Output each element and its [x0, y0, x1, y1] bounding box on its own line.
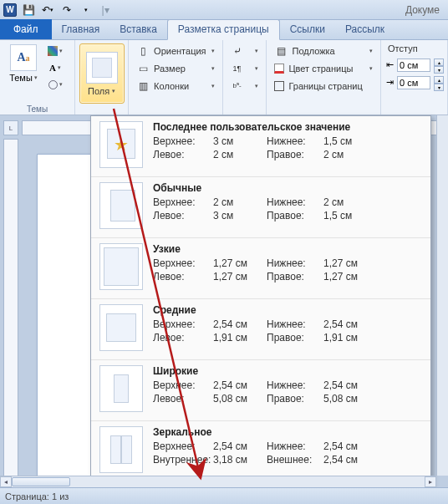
- vertical-ruler[interactable]: [3, 139, 18, 481]
- effects-icon: [48, 80, 58, 89]
- margin-preset-values: Верхнее:2,54 смНижнее:2,54 смЛевое:1,91 …: [153, 318, 422, 344]
- vertical-scrollbar[interactable]: [436, 115, 448, 476]
- group-paragraph: Отступ ⇤ ▴▾ ⇥ ▴▾: [381, 40, 448, 115]
- window-title: Докуме: [405, 4, 440, 16]
- indent-left-row: ⇤ ▴▾: [386, 56, 444, 74]
- margin-preset-icon: [99, 426, 143, 473]
- margin-preset-icon: [99, 182, 143, 229]
- indent-right-row: ⇥ ▴▾: [386, 74, 444, 91]
- page-borders-icon: [274, 81, 284, 91]
- themes-icon: Aa: [10, 44, 37, 71]
- indent-left-spinner[interactable]: ▴▾: [434, 59, 444, 72]
- indent-left-input[interactable]: [397, 59, 430, 72]
- group-breaks: ⤶▾ 1¶▾ bª‑▾: [223, 40, 267, 115]
- theme-fonts-button[interactable]: A▾: [45, 60, 65, 75]
- indent-label: Отступ: [388, 43, 444, 53]
- orientation-icon: ▯: [136, 44, 150, 58]
- page-color-button[interactable]: Цвет страницы▾: [272, 59, 375, 77]
- margin-preset-normal[interactable]: ОбычныеВерхнее:2 смНижнее:2 смЛевое:3 см…: [91, 177, 430, 238]
- hyphenation-icon: bª‑: [231, 79, 244, 93]
- group-themes: Aa Темы▾ ▾ A▾ ▾ Темы: [0, 40, 75, 115]
- breaks-icon: ⤶: [231, 44, 244, 58]
- breaks-button[interactable]: ⤶▾: [228, 42, 262, 59]
- margin-preset-values: Верхнее:3 смНижнее:1,5 смЛевое:2 смПраво…: [153, 135, 422, 160]
- status-page: Страница: 1 из: [5, 491, 69, 501]
- margin-preset-title: Обычные: [153, 182, 422, 194]
- themes-button[interactable]: Aa Темы▾: [5, 42, 42, 94]
- watermark-button[interactable]: ▤Подложка▾: [272, 42, 375, 59]
- group-page-background: ▤Подложка▾ Цвет страницы▾ Границы страни…: [267, 40, 381, 115]
- tab-insert[interactable]: Вставка: [109, 20, 167, 39]
- theme-colors-button[interactable]: ▾: [45, 43, 65, 59]
- margin-preset-values: Верхнее:2,54 смНижнее:2,54 смВнутреннее:…: [153, 440, 422, 466]
- columns-icon: ▥: [136, 79, 150, 93]
- margin-preset-icon: [99, 243, 143, 290]
- qat-customize-icon[interactable]: ▾: [78, 3, 94, 18]
- orientation-button[interactable]: ▯Ориентация▾: [134, 42, 216, 59]
- scroll-thumb[interactable]: [12, 477, 70, 486]
- scroll-right-arrow[interactable]: ▸: [425, 476, 436, 487]
- star-icon: ★: [114, 135, 129, 155]
- tab-home[interactable]: Главная: [52, 20, 110, 39]
- line-numbers-button[interactable]: 1¶▾: [228, 59, 262, 77]
- watermark-icon: ▤: [274, 44, 288, 58]
- margin-preset-icon: ★: [99, 121, 143, 168]
- margin-preset-values: Верхнее:1,27 смНижнее:1,27 смЛевое:1,27 …: [153, 257, 422, 283]
- margin-preset-narrow[interactable]: УзкиеВерхнее:1,27 смНижнее:1,27 смЛевое:…: [91, 238, 430, 299]
- colors-icon: [48, 46, 58, 56]
- margins-dropdown-panel: ★Последнее пользовательское значениеВерх…: [90, 115, 431, 504]
- line-numbers-icon: 1¶: [231, 62, 244, 75]
- margin-preset-title: Средние: [153, 304, 422, 316]
- margin-preset-title: Зеркальное: [153, 426, 422, 438]
- group-page-setup-rest: ▯Ориентация▾ ▭Размер▾ ▥Колонки▾: [129, 40, 222, 115]
- columns-button[interactable]: ▥Колонки▾: [134, 77, 216, 94]
- theme-effects-button[interactable]: ▾: [45, 77, 65, 92]
- horizontal-scrollbar[interactable]: ◂ ▸: [0, 476, 436, 487]
- ribbon: Aa Темы▾ ▾ A▾ ▾ Темы Поля▾ ▯Ориентация▾ …: [0, 40, 448, 115]
- ruler-corner[interactable]: L: [3, 120, 18, 135]
- margin-preset-title: Узкие: [153, 243, 422, 255]
- hyphenation-button[interactable]: bª‑▾: [228, 77, 262, 94]
- page-color-icon: [274, 64, 284, 74]
- margin-preset-values: Верхнее:2 смНижнее:2 смЛевое:3 смПравое:…: [153, 196, 422, 221]
- margins-button[interactable]: Поля▾: [79, 43, 125, 104]
- qat-separator: |▾: [97, 3, 114, 18]
- group-label-themes: Темы: [0, 104, 74, 114]
- margin-preset-title: Последнее пользовательское значение: [153, 121, 422, 133]
- margin-preset-wide[interactable]: ШирокиеВерхнее:2,54 смНижнее:2,54 смЛево…: [91, 360, 430, 421]
- fonts-icon: A: [49, 63, 56, 73]
- indent-left-icon: ⇤: [386, 59, 394, 70]
- tab-mailings[interactable]: Рассылк: [335, 20, 395, 39]
- group-page-setup-margins: Поля▾: [75, 40, 129, 115]
- margin-preset-mirrored[interactable]: ЗеркальноеВерхнее:2,54 смНижнее:2,54 смВ…: [91, 421, 430, 482]
- tab-file[interactable]: Файл: [0, 19, 52, 39]
- margin-preset-moderate[interactable]: СредниеВерхнее:2,54 смНижнее:2,54 смЛево…: [91, 299, 430, 360]
- tab-page-layout[interactable]: Разметка страницы: [167, 19, 280, 40]
- margin-preset-icon: [99, 304, 143, 351]
- margin-preset-title: Широкие: [153, 365, 422, 377]
- size-icon: ▭: [136, 62, 150, 75]
- indent-right-spinner[interactable]: ▴▾: [434, 76, 444, 89]
- undo-icon[interactable]: ↶▾: [39, 3, 56, 18]
- margin-preset-icon: [99, 365, 143, 412]
- scroll-left-arrow[interactable]: ◂: [0, 476, 12, 487]
- tab-references[interactable]: Ссылки: [280, 20, 335, 39]
- margin-preset-values: Верхнее:2,54 смНижнее:2,54 смЛевое:5,08 …: [153, 379, 422, 405]
- save-icon[interactable]: 💾: [20, 3, 37, 18]
- status-bar: Страница: 1 из: [0, 487, 448, 504]
- size-button[interactable]: ▭Размер▾: [134, 59, 216, 77]
- quick-access-toolbar: 💾 ↶▾ ↷ ▾ |▾: [20, 3, 114, 18]
- margin-preset-last[interactable]: ★Последнее пользовательское значениеВерх…: [91, 116, 430, 177]
- margins-icon: [86, 52, 118, 84]
- indent-right-icon: ⇥: [386, 77, 394, 88]
- title-bar: W 💾 ↶▾ ↷ ▾ |▾ Докуме: [0, 0, 448, 20]
- page-borders-button[interactable]: Границы страниц: [272, 77, 375, 94]
- indent-right-input[interactable]: [397, 76, 430, 89]
- word-app-icon: W: [3, 3, 17, 17]
- ribbon-tabs: Файл Главная Вставка Разметка страницы С…: [0, 20, 448, 40]
- redo-icon[interactable]: ↷: [59, 3, 75, 18]
